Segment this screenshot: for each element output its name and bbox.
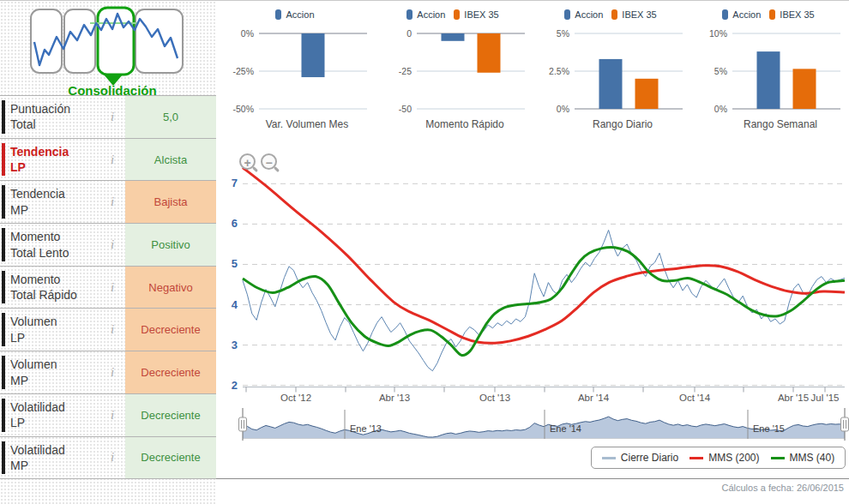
legend-label: MMS (200)	[708, 452, 759, 464]
mms200-line-swatch	[689, 457, 703, 459]
phase-box-1	[31, 9, 62, 73]
svg-text:6: 6	[232, 217, 238, 230]
metric-row: MomentoTotal LentoiPositivo	[0, 224, 216, 267]
mms40-line-swatch	[771, 457, 785, 459]
info-icon[interactable]: i	[99, 394, 125, 436]
svg-text:Abr '14: Abr '14	[578, 393, 610, 403]
svg-text:Jul '15: Jul '15	[811, 393, 840, 403]
footer-bar: Cálculos a fecha: 26/06/2015	[216, 478, 849, 493]
info-icon[interactable]: i	[99, 224, 125, 266]
metric-value: Decreciente	[125, 394, 216, 436]
metric-row: TendenciaMPiBajista	[0, 181, 216, 224]
screener-dashboard: Consolidación PuntuaciónTotali5,0Tendenc…	[0, 0, 849, 504]
metric-row: PuntuaciónTotali5,0	[0, 96, 216, 139]
metric-value: Decreciente	[125, 437, 216, 479]
legend-item-cierre-diario[interactable]: Cierre Diario	[602, 452, 678, 464]
svg-text:Ene '15: Ene '15	[753, 423, 785, 434]
svg-text:Ene '14: Ene '14	[550, 423, 581, 434]
svg-text:Abr '15: Abr '15	[778, 393, 809, 403]
svg-text:7: 7	[232, 177, 238, 189]
legend-label: MMS (40)	[790, 452, 835, 464]
metric-label: VolumenLP	[5, 309, 99, 351]
metric-row: VolumenLPiDecreciente	[0, 309, 216, 351]
legend-item-mms40[interactable]: MMS (40)	[771, 452, 835, 464]
metric-row: VolumenMPiDecreciente	[0, 351, 216, 394]
calculation-date: Cálculos a fecha: 26/06/2015	[216, 479, 849, 493]
legend-item-mms200[interactable]: MMS (200)	[689, 452, 759, 464]
metric-value: Positivo	[125, 224, 216, 266]
svg-text:5: 5	[232, 257, 238, 270]
metric-row: TendenciaLPiAlcista	[0, 139, 216, 182]
info-icon[interactable]: i	[99, 181, 125, 223]
legend-label: Cierre Diario	[621, 452, 678, 464]
info-icon[interactable]: i	[99, 267, 125, 309]
info-icon[interactable]: i	[99, 351, 125, 393]
metric-row: VolatilidadMPiDecreciente	[0, 437, 216, 480]
info-icon[interactable]: i	[99, 309, 125, 351]
info-icon[interactable]: i	[99, 139, 125, 181]
phase-box-2	[64, 9, 95, 73]
svg-text:Oct '14: Oct '14	[679, 393, 711, 403]
metric-label: VolatilidadMP	[5, 437, 99, 479]
main-price-chart: 765432Oct '12Abr '13Oct '13Abr '14Oct '1…	[216, 1, 849, 504]
main-chart-legend: Cierre Diario MMS (200) MMS (40)	[591, 447, 846, 469]
zoom-in-button[interactable]: +	[239, 153, 256, 170]
mms200-series	[243, 167, 845, 343]
metric-value: Decreciente	[125, 309, 216, 351]
metric-label: VolumenMP	[5, 351, 99, 393]
metric-label: MomentoTotal Lento	[5, 224, 99, 266]
mms40-series	[243, 247, 845, 355]
metric-label: MomentoTotal Rápido	[5, 267, 99, 309]
info-icon[interactable]: i	[99, 96, 125, 138]
svg-text:3: 3	[232, 339, 238, 351]
metric-value: Bajista	[125, 181, 216, 223]
svg-text:Ene '13: Ene '13	[350, 423, 382, 434]
svg-text:4: 4	[232, 298, 238, 311]
metric-row: VolatilidadLPiDecreciente	[0, 394, 216, 437]
metric-value: Negativo	[125, 267, 216, 309]
svg-text:2: 2	[232, 379, 238, 392]
zoom-out-button[interactable]: −	[261, 153, 277, 170]
metric-label: TendenciaLP	[5, 139, 99, 181]
metric-label: VolatilidadLP	[5, 394, 99, 436]
metric-row: MomentoTotal RápidoiNegativo	[0, 267, 216, 309]
metric-value: Decreciente	[125, 351, 216, 393]
svg-text:Oct '13: Oct '13	[479, 393, 510, 403]
phase-box-4	[135, 9, 183, 73]
summary-panel: Consolidación PuntuaciónTotali5,0Tendenc…	[0, 1, 216, 504]
svg-text:Oct '12: Oct '12	[280, 393, 311, 403]
metric-label: PuntuaciónTotal	[5, 96, 99, 138]
metric-value: 5,0	[125, 96, 216, 138]
charts-panel: Accion 0%-25%-50% Var. Volumen Mes Accio…	[216, 1, 849, 504]
svg-text:Abr '13: Abr '13	[379, 393, 410, 403]
metrics-table: PuntuaciónTotali5,0TendenciaLPiAlcistaTe…	[0, 95, 216, 479]
metric-label: TendenciaMP	[5, 181, 99, 223]
metric-value: Alcista	[125, 139, 216, 181]
info-icon[interactable]: i	[99, 437, 125, 479]
cierre-diario-line-swatch	[602, 457, 616, 459]
